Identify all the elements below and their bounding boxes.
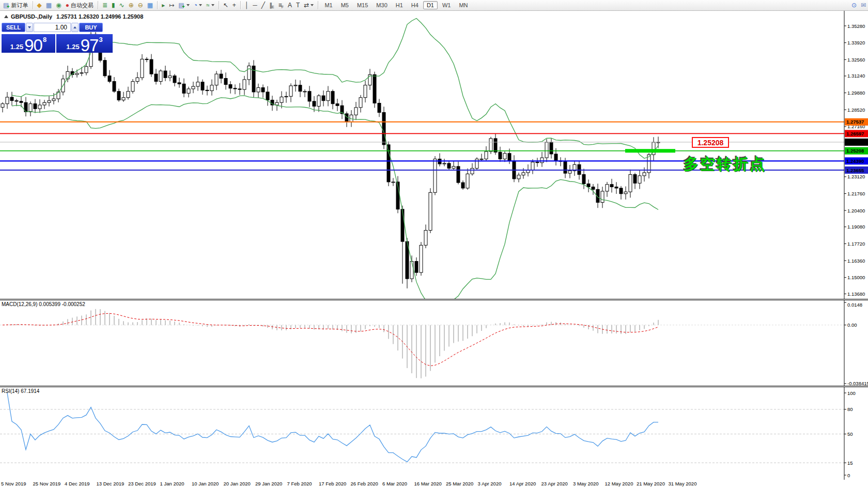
macd-canvas[interactable]: 0.01480.00-0.038415 bbox=[0, 300, 868, 386]
buy-price-main: 1.25 bbox=[66, 43, 79, 51]
sell-button[interactable]: SELL bbox=[2, 23, 25, 32]
one-click-trading-panel: SELL BUY 1.25 90 8 1.25 97 3 bbox=[2, 23, 113, 53]
volume-increase-button[interactable] bbox=[71, 23, 79, 32]
market-watch-icon: ◆ bbox=[37, 2, 42, 8]
text-label-button[interactable]: T bbox=[295, 1, 301, 10]
volume-input[interactable] bbox=[34, 23, 71, 32]
vertical-line-icon: │ bbox=[245, 2, 249, 8]
svg-text:1.29880: 1.29880 bbox=[847, 90, 865, 96]
svg-text:1.27537: 1.27537 bbox=[846, 119, 864, 125]
fibonacci-button[interactable]: ≡F bbox=[277, 1, 285, 10]
timeframe-m5-button[interactable]: M5 bbox=[337, 1, 352, 9]
timeframe-d1-button[interactable]: D1 bbox=[423, 1, 438, 9]
timeframe-h4-button[interactable]: H4 bbox=[408, 1, 422, 9]
timeframe-mn-button[interactable]: MN bbox=[455, 1, 471, 9]
date-axis[interactable]: 5 Nov 201925 Nov 20194 Dec 201913 Dec 20… bbox=[0, 480, 868, 487]
text-label-icon: T bbox=[296, 2, 300, 8]
sell-price-main: 1.25 bbox=[10, 43, 23, 51]
chat-button[interactable]: ✉ bbox=[859, 1, 867, 10]
zoom-out-button[interactable]: ⊖ bbox=[136, 1, 145, 10]
timeframe-m15-button[interactable]: M15 bbox=[353, 1, 371, 9]
svg-text:15: 15 bbox=[847, 460, 853, 466]
indicators-icon: ≈ bbox=[206, 2, 210, 8]
zoom-in-button[interactable]: ⊕ bbox=[127, 1, 135, 10]
support-price-label[interactable]: 1.25208 bbox=[692, 137, 729, 148]
tile-windows-button[interactable]: ▦ bbox=[146, 1, 154, 10]
date-label: 29 Jan 2020 bbox=[255, 481, 282, 486]
sell-price-pip: 8 bbox=[43, 36, 47, 43]
volume-decrease-button[interactable] bbox=[26, 23, 33, 32]
sub-letter: F bbox=[282, 5, 284, 9]
date-label: 20 Jan 2020 bbox=[224, 481, 251, 486]
chart-shift-icon: ↦ bbox=[169, 2, 174, 8]
market-watch-button[interactable]: ◆ bbox=[36, 1, 43, 10]
svg-text:50: 50 bbox=[847, 431, 853, 437]
svg-text:-0.038415: -0.038415 bbox=[847, 381, 868, 386]
auto-scroll-icon: ▸ bbox=[162, 2, 165, 8]
navigator-button[interactable]: ◉ bbox=[54, 1, 63, 10]
autotrading-button[interactable]: ●自动交易 bbox=[64, 1, 95, 10]
chart-shift-button[interactable]: ↦ bbox=[167, 1, 176, 10]
timeframe-h1-button[interactable]: H1 bbox=[392, 1, 407, 9]
sell-price-display[interactable]: 1.25 90 8 bbox=[2, 34, 55, 53]
line-chart-icon: ∿ bbox=[119, 2, 125, 8]
date-label: 31 May 2020 bbox=[669, 481, 697, 486]
trendline-icon: ╱ bbox=[261, 2, 265, 8]
date-label: 7 Feb 2020 bbox=[287, 481, 312, 486]
rsi-axis[interactable]: 1008050150 bbox=[844, 387, 868, 480]
arrows-button[interactable]: ⇄ bbox=[302, 1, 315, 10]
equidistant-channel-button[interactable]: ∥E bbox=[268, 1, 276, 10]
main-chart-pane: 1.352801.339201.325601.312401.298801.285… bbox=[0, 11, 868, 299]
new-chart-button[interactable]: ▤+ bbox=[177, 1, 191, 10]
timeframe-w1-button[interactable]: W1 bbox=[439, 1, 455, 9]
data-window-icon: ▦ bbox=[46, 2, 52, 8]
bollinger-bands bbox=[12, 19, 658, 299]
svg-text:1.31240: 1.31240 bbox=[847, 73, 865, 79]
date-label: 17 Feb 2020 bbox=[319, 481, 346, 486]
date-label: 14 Apr 2020 bbox=[509, 481, 536, 486]
date-label: 25 Nov 2019 bbox=[33, 481, 61, 486]
new-order-button[interactable]: ▤+新订单 bbox=[2, 1, 30, 10]
line-chart-button[interactable]: ∿ bbox=[118, 1, 126, 10]
support-highlight-segment[interactable] bbox=[625, 149, 675, 153]
turning-point-annotation[interactable]: 多空转折点 bbox=[684, 154, 766, 175]
rsi-pane: 1008050150 RSI(14) 67.1914 bbox=[0, 386, 868, 480]
timeframe-m1-button[interactable]: M1 bbox=[321, 1, 336, 9]
bar-chart-button[interactable]: ≣ bbox=[101, 1, 109, 10]
crosshair-button[interactable]: + bbox=[231, 1, 238, 10]
buy-price-big: 97 bbox=[81, 38, 99, 53]
date-label: 12 May 2020 bbox=[605, 481, 633, 486]
buy-button[interactable]: BUY bbox=[79, 23, 103, 32]
chart-title: GBPUSD-,Daily 1.25731 1.26320 1.24996 1.… bbox=[4, 13, 143, 20]
periods-button[interactable]: ◔ bbox=[192, 1, 204, 10]
zoom-out-icon: ⊖ bbox=[138, 2, 143, 8]
horizontal-line-button[interactable]: ─ bbox=[251, 1, 259, 10]
navigator-icon: ◉ bbox=[56, 2, 61, 8]
svg-text:0: 0 bbox=[847, 473, 850, 478]
chevron-down-icon bbox=[199, 4, 202, 6]
auto-scroll-button[interactable]: ▸ bbox=[160, 1, 166, 10]
search-button[interactable]: ⊙ bbox=[850, 1, 858, 10]
candlestick-chart-button[interactable]: ▮ bbox=[110, 1, 117, 10]
timeframe-m30-button[interactable]: M30 bbox=[373, 1, 391, 9]
svg-text:1.23120: 1.23120 bbox=[847, 174, 865, 179]
rsi-canvas[interactable]: 1008050150 bbox=[0, 387, 868, 480]
buy-price-pip: 3 bbox=[99, 36, 102, 43]
vertical-line-button[interactable]: │ bbox=[243, 1, 251, 10]
date-label: 5 Nov 2019 bbox=[1, 481, 26, 486]
plus-badge-icon: + bbox=[7, 4, 9, 9]
indicators-button[interactable]: ≈ bbox=[205, 1, 216, 10]
text-button[interactable]: A bbox=[286, 1, 293, 10]
zoom-in-icon: ⊕ bbox=[129, 2, 134, 8]
date-label: 25 Mar 2020 bbox=[446, 481, 473, 486]
main-toolbar: ▤+新订单◆▦◉●自动交易≣▮∿⊕⊖▦▸↦▤+◔≈↖+│─╱∥E≡FAT⇄M1M… bbox=[0, 0, 868, 11]
trendline-button[interactable]: ╱ bbox=[260, 1, 267, 10]
date-label: 10 Jan 2020 bbox=[192, 481, 219, 486]
data-window-button[interactable]: ▦ bbox=[44, 1, 53, 10]
chevron-down-icon bbox=[187, 4, 190, 6]
svg-text:1.20400: 1.20400 bbox=[847, 208, 865, 214]
price-axis[interactable]: 1.352801.339201.325601.312401.298801.285… bbox=[844, 11, 868, 299]
buy-price-display[interactable]: 1.25 97 3 bbox=[56, 34, 113, 53]
cursor-button[interactable]: ↖ bbox=[222, 1, 230, 10]
macd-axis[interactable]: 0.01480.00-0.038415 bbox=[844, 300, 868, 386]
